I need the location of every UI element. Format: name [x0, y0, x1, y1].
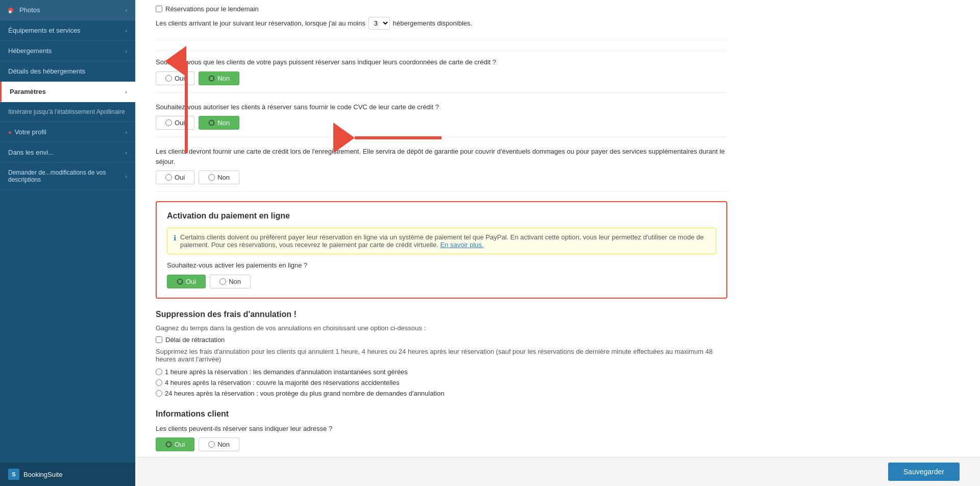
- sidebar-booking-suite: S BookingSuite: [0, 463, 135, 486]
- main-content: Réservations pour le lendemain Les clien…: [135, 0, 980, 486]
- q2-row: Souhaitez-vous autoriser les clients à r…: [156, 102, 727, 138]
- chevron-profil: ›: [125, 129, 127, 135]
- info-icon: ℹ: [174, 234, 176, 242]
- chevron-envie: ›: [125, 150, 127, 156]
- client-q1-non-radio[interactable]: [208, 441, 215, 448]
- booking-suite-label: BookingSuite: [23, 471, 63, 478]
- q1-row: Souhaitez-vous que les clients de votre …: [156, 57, 727, 93]
- save-button[interactable]: Sauvegarder: [888, 463, 960, 481]
- activation-non-btn[interactable]: Non: [210, 275, 251, 288]
- option-4h-label: 4 heures après la réservation : couvre l…: [165, 379, 400, 386]
- lendemain-checkbox-row: Réservations pour le lendemain: [156, 5, 727, 13]
- sidebar-item-itineraire[interactable]: Itinéraire jusqu'à l'établissement Apoll…: [0, 102, 135, 122]
- activation-radio-group: Oui Non: [167, 275, 716, 288]
- q2-non-label: Non: [217, 119, 230, 127]
- activation-title: Activation du paiement en ligne: [167, 211, 716, 221]
- chevron-parametres: ›: [125, 89, 127, 95]
- chevron-equipements: ›: [125, 28, 127, 34]
- q3-non-label: Non: [217, 174, 230, 181]
- option-24h-radio[interactable]: [156, 390, 162, 397]
- sidebar: ● Photos › Équipements et services › Héb…: [0, 0, 135, 486]
- activation-non-radio[interactable]: [219, 278, 226, 285]
- sidebar-item-demander[interactable]: Demander de...modifications de vos descr…: [0, 163, 135, 190]
- suppression-desc: Gagnez du temps dans la gestion de vos a…: [156, 324, 727, 332]
- q3-oui-btn[interactable]: Oui: [156, 171, 194, 184]
- option-4h-radio[interactable]: [156, 379, 162, 386]
- q1-oui-radio[interactable]: [165, 75, 172, 82]
- q3-non-radio[interactable]: [208, 174, 215, 181]
- sidebar-item-envie[interactable]: Dans les envi... ›: [0, 142, 135, 163]
- q1-oui-label: Oui: [175, 75, 185, 82]
- q3-row: Les clients devront fournir une carte de…: [156, 147, 727, 192]
- activation-oui-label: Oui: [186, 278, 196, 285]
- q2-non-radio[interactable]: [208, 119, 215, 126]
- q1-non-radio[interactable]: [208, 75, 215, 82]
- sidebar-label-details: Détails des hébergements: [8, 67, 85, 75]
- delai-desc: Supprimez les frais d'annulation pour le…: [156, 348, 727, 363]
- sidebar-label-envie: Dans les envi...: [8, 149, 54, 156]
- option-4h-row: 4 heures après la réservation : couvre l…: [156, 379, 727, 386]
- sidebar-item-parametres[interactable]: Paramètres ›: [0, 82, 135, 102]
- q1-label: Souhaitez-vous que les clients de votre …: [156, 57, 727, 67]
- content-area: Réservations pour le lendemain Les clien…: [135, 0, 748, 486]
- activation-question: Souhaitez-vous activer les paiements en …: [167, 260, 716, 271]
- q2-oui-radio[interactable]: [165, 119, 172, 126]
- sidebar-item-photos[interactable]: ● Photos ›: [0, 0, 135, 20]
- option-1h-label: 1 heure après la réservation : les deman…: [165, 368, 408, 376]
- activation-section: Activation du paiement en ligne ℹ Certai…: [156, 201, 727, 299]
- chevron-hebergements: ›: [125, 48, 127, 54]
- client-q1-non-label: Non: [217, 441, 230, 448]
- q1-radio-group: Oui Non: [156, 71, 727, 85]
- booking-suite-icon: S: [8, 469, 19, 480]
- alert-dot-profil: ●: [8, 129, 12, 135]
- delai-checkbox[interactable]: [156, 336, 162, 343]
- q3-label: Les clients devront fournir une carte de…: [156, 147, 727, 166]
- sidebar-item-hebergements[interactable]: Hébergements ›: [0, 41, 135, 61]
- q3-radio-group: Oui Non: [156, 171, 727, 184]
- option-1h-row: 1 heure après la réservation : les deman…: [156, 368, 727, 376]
- activation-oui-radio[interactable]: [177, 278, 183, 285]
- activation-oui-btn[interactable]: Oui: [167, 275, 206, 288]
- client-q1-radio-group: Oui Non: [156, 438, 727, 451]
- delai-checkbox-row: Délai de rétractation: [156, 336, 727, 344]
- q1-oui-btn[interactable]: Oui: [156, 71, 194, 85]
- q2-oui-btn[interactable]: Oui: [156, 116, 194, 130]
- lendemain-select[interactable]: 3 1 2 4 5: [369, 17, 390, 30]
- client-info-title: Informations client: [156, 409, 727, 419]
- client-q1-label: Les clients peuvent-ils réserver sans in…: [156, 424, 727, 434]
- client-q1-oui-btn[interactable]: Oui: [156, 438, 194, 451]
- activation-info-box: ℹ Certains clients doivent ou préfèrent …: [167, 228, 716, 254]
- lendemain-desc-row: Les clients arrivant le jour suivant leu…: [156, 17, 727, 30]
- alert-dot-photos: ●: [8, 8, 13, 13]
- save-bar: Sauvegarder: [135, 457, 980, 486]
- sidebar-label-photos: Photos: [19, 6, 40, 14]
- q2-label: Souhaitez-vous autoriser les clients à r…: [156, 102, 727, 112]
- sidebar-item-details[interactable]: Détails des hébergements: [0, 61, 135, 82]
- option-1h-radio[interactable]: [156, 369, 162, 375]
- sidebar-item-profil[interactable]: ● Votre profil ›: [0, 122, 135, 142]
- suppression-title: Suppression des frais d'annulation !: [156, 310, 727, 319]
- client-q1-oui-radio[interactable]: [165, 441, 172, 448]
- lendemain-desc-after: hébergements disponibles.: [393, 19, 472, 27]
- client-q1-non-btn[interactable]: Non: [199, 438, 239, 451]
- option-24h-label: 24 heures après la réservation : vous pr…: [165, 390, 444, 397]
- lendemain-desc-before: Les clients arrivant le jour suivant leu…: [156, 19, 365, 27]
- activation-non-label: Non: [229, 278, 241, 285]
- sidebar-item-equipements[interactable]: Équipements et services ›: [0, 20, 135, 41]
- sidebar-label-parametres: Paramètres: [10, 88, 46, 95]
- q3-non-btn[interactable]: Non: [199, 171, 239, 184]
- activation-info-link[interactable]: En savoir plus.: [440, 241, 483, 249]
- lendemain-label: Réservations pour le lendemain: [165, 5, 259, 13]
- reservation-lendemain-row: Réservations pour le lendemain Les clien…: [156, 5, 727, 40]
- client-q1-oui-label: Oui: [175, 441, 185, 448]
- q1-non-label: Non: [217, 75, 230, 82]
- sidebar-label-hebergements: Hébergements: [8, 47, 52, 55]
- sidebar-label-demander: Demander de...modifications de vos descr…: [8, 169, 125, 183]
- q1-non-btn[interactable]: Non: [199, 71, 239, 85]
- option-24h-row: 24 heures après la réservation : vous pr…: [156, 390, 727, 397]
- sidebar-label-equipements: Équipements et services: [8, 27, 81, 34]
- lendemain-checkbox[interactable]: [156, 6, 162, 12]
- q2-non-btn[interactable]: Non: [199, 116, 239, 130]
- q3-oui-radio[interactable]: [165, 174, 172, 181]
- q3-oui-label: Oui: [175, 174, 185, 181]
